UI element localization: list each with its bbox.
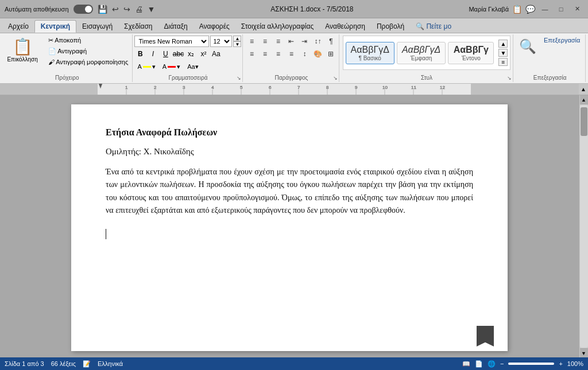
zoom-slider[interactable]: [508, 363, 554, 365]
font-group-label: Γραμματοσειρά: [168, 75, 207, 81]
scroll-thumb[interactable]: [581, 107, 587, 136]
ruler: 1 2 3 4 5 6 7 8 9 10 11 12 ▲: [0, 84, 588, 95]
find-button[interactable]: 🔍: [516, 36, 539, 57]
style-normal-label: ¶ Βασικό: [359, 55, 381, 61]
bold-button[interactable]: B: [134, 48, 146, 60]
doc-scroll-area: Ετήσια Αναφορά Πωλήσεων Ομιλητής: Χ. Νικ…: [0, 95, 579, 357]
line-spacing-button[interactable]: ↕: [298, 48, 311, 60]
shading-button[interactable]: 🎨: [311, 48, 324, 60]
autosave-toggle[interactable]: [74, 5, 93, 14]
print-layout-icon[interactable]: 📄: [475, 360, 483, 368]
styles-group: ΑαΒβΓγΔ ¶ Βασικό ΑαΒβΓγΔ Έμφαση ΑαΒβΓγ Έ…: [341, 34, 514, 82]
tab-design[interactable]: Σχεδίαση: [118, 20, 158, 33]
titlebar-right: Μαρία Γκλαβά 📋 💬 — □ ✕: [469, 3, 583, 15]
para-expand-icon[interactable]: ↘: [333, 75, 338, 81]
superscript-button[interactable]: x²: [198, 48, 209, 60]
ruler-scroll-btn[interactable]: ▲: [579, 84, 588, 95]
style-emphasis[interactable]: ΑαΒβΓγΔ Έμφαση: [397, 42, 446, 64]
tab-view[interactable]: Προβολή: [371, 20, 410, 33]
minimize-button[interactable]: —: [539, 3, 551, 15]
vertical-scrollbar[interactable]: ▲ ▼: [579, 95, 588, 357]
tab-mailings[interactable]: Στοιχεία αλληλογραφίας: [235, 20, 319, 33]
save-icon[interactable]: 💾: [98, 5, 107, 14]
underline-button[interactable]: U: [160, 48, 171, 60]
style-normal[interactable]: ΑαΒβΓγΔ ¶ Βασικό: [346, 42, 394, 64]
web-layout-icon[interactable]: 🌐: [488, 360, 496, 368]
align-left-button[interactable]: ≡: [245, 48, 258, 60]
more-icon[interactable]: ▼: [148, 5, 156, 14]
svg-text:4: 4: [211, 85, 214, 90]
zoom-in-icon[interactable]: +: [559, 360, 562, 367]
font-expand-icon[interactable]: ↘: [237, 75, 241, 81]
user-name: Μαρία Γκλαβά: [469, 6, 509, 13]
align-center-button[interactable]: ≡: [258, 48, 271, 60]
edit-button[interactable]: Επεξεργασία: [540, 36, 583, 45]
text-highlight-button[interactable]: A ▾: [134, 61, 158, 72]
strikethrough-button[interactable]: abc: [172, 48, 184, 60]
styles-expand-icon[interactable]: ↘: [507, 75, 512, 81]
font-name-select[interactable]: Times New Roman: [134, 36, 209, 47]
justify-button[interactable]: ≡: [285, 48, 297, 60]
toggle-knob: [85, 6, 92, 13]
paste-button[interactable]: 📋 Επικόλληση: [3, 36, 41, 64]
undo-icon[interactable]: ↩: [112, 5, 119, 14]
scroll-down-button[interactable]: ▼: [580, 348, 588, 357]
list-row: ≡ ≡ ≡ ⇤ ⇥ ↕↑ ¶: [245, 36, 337, 47]
close-button[interactable]: ✕: [571, 3, 583, 15]
font-size-decrease[interactable]: ▼: [233, 41, 241, 47]
style-strong[interactable]: ΑαΒβΓγ Έντονο: [448, 42, 494, 64]
document-page[interactable]: Ετήσια Αναφορά Πωλήσεων Ομιλητής: Χ. Νικ…: [71, 104, 508, 351]
show-formatting-button[interactable]: ¶: [324, 36, 337, 47]
para-group-label: Παράγραφος: [275, 75, 308, 81]
read-mode-icon[interactable]: 📖: [462, 360, 470, 368]
font-size-select[interactable]: 12: [210, 36, 232, 47]
styles-scroll-down[interactable]: ▼: [498, 49, 508, 57]
italic-button[interactable]: I: [147, 48, 158, 60]
font-controls: Times New Roman 12 ▲ ▼ B I U abc x₂: [134, 36, 241, 72]
share-icon[interactable]: 📋: [512, 5, 522, 14]
tab-layout[interactable]: Διάταξη: [158, 20, 194, 33]
borders-button[interactable]: ⊞: [324, 48, 337, 60]
clear-format-button[interactable]: Aa: [210, 48, 222, 60]
font-size-increase[interactable]: ▲: [233, 36, 241, 41]
titlebar-left: Αυτόματη αποθήκευση 💾 ↩ ↪ 🖨 ▼: [5, 5, 155, 14]
svg-rect-3: [471, 84, 579, 95]
svg-text:12: 12: [440, 85, 445, 90]
format-painter-button[interactable]: 🖌 Αντιγραφή μορφοποίησης: [45, 57, 131, 67]
tab-file[interactable]: Αρχείο: [2, 20, 34, 33]
cut-button[interactable]: ✂ Αποκοπή: [45, 36, 131, 45]
increase-indent-button[interactable]: ⇥: [298, 36, 311, 47]
tab-review[interactable]: Αναθεώρηση: [319, 20, 371, 33]
scroll-up-button[interactable]: ▲: [580, 95, 588, 104]
tab-insert[interactable]: Εισαγωγή: [76, 20, 118, 33]
highlight-color-bar: [143, 66, 151, 68]
proofing-icon[interactable]: 📝: [83, 360, 91, 368]
bookmark-icon[interactable]: [477, 326, 494, 346]
numbered-list-button[interactable]: ≡: [258, 36, 271, 47]
clipboard-group: 📋 Επικόλληση ✂ Αποκοπή 📄 Αντιγραφή 🖌 Αντ…: [2, 34, 133, 82]
sort-button[interactable]: ↕↑: [311, 36, 324, 47]
font-color-button[interactable]: A ▾: [160, 61, 183, 72]
style-strong-preview: ΑαΒβΓγ: [454, 45, 489, 55]
decrease-indent-button[interactable]: ⇤: [285, 36, 297, 47]
styles-gallery: ΑαΒβΓγΔ ¶ Βασικό ΑαΒβΓγΔ Έμφαση ΑαΒβΓγ Έ…: [343, 36, 511, 70]
scroll-track[interactable]: [580, 105, 588, 348]
tab-home[interactable]: Κεντρική: [34, 20, 76, 33]
zoom-out-icon[interactable]: −: [500, 360, 504, 367]
maximize-button[interactable]: □: [555, 3, 567, 15]
subscript-button[interactable]: x₂: [185, 48, 196, 60]
styles-scroll-up[interactable]: ▲: [498, 40, 508, 48]
styles-more[interactable]: ≡: [498, 58, 508, 66]
change-case-button[interactable]: Aa▾: [184, 61, 201, 72]
multilevel-list-button[interactable]: ≡: [272, 36, 284, 47]
align-right-button[interactable]: ≡: [272, 48, 284, 60]
statusbar: Σλίδα 1 από 3 66 λέξεις 📝 Ελληνικά 📖 📄 🌐…: [0, 357, 588, 370]
redo-icon[interactable]: ↪: [123, 5, 130, 14]
tab-references[interactable]: Αναφορές: [194, 20, 235, 33]
tab-tell-me[interactable]: 🔍 Πείτε μο: [410, 20, 457, 33]
bullet-list-button[interactable]: ≡: [245, 36, 258, 47]
font-name-row: Times New Roman 12 ▲ ▼: [134, 36, 241, 47]
copy-button[interactable]: 📄 Αντιγραφή: [45, 46, 131, 56]
print-icon[interactable]: 🖨: [135, 5, 143, 14]
comments-icon[interactable]: 💬: [525, 5, 535, 14]
